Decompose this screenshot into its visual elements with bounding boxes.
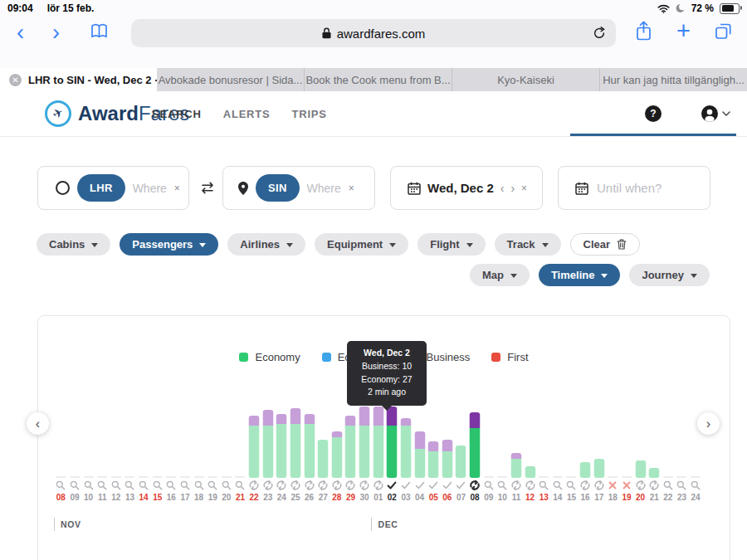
chart-day-slot[interactable]: 10 xyxy=(496,385,510,503)
search-status-icon[interactable] xyxy=(663,480,673,491)
chart-day-slot[interactable]: 22 xyxy=(247,385,261,503)
refresh-status-icon[interactable] xyxy=(594,480,604,491)
refresh-status-icon[interactable] xyxy=(305,480,315,491)
chart-day-slot[interactable]: 16 xyxy=(579,385,593,503)
chart-day-slot[interactable]: 18 xyxy=(192,385,206,503)
refresh-status-icon[interactable] xyxy=(290,480,300,491)
chart-day-slot[interactable]: 14 xyxy=(137,385,151,503)
availability-bar[interactable] xyxy=(456,446,466,478)
availability-bar[interactable] xyxy=(373,407,383,478)
check-status-icon[interactable] xyxy=(415,480,425,491)
share-icon[interactable] xyxy=(635,21,652,41)
chart-day-slot[interactable]: 09 xyxy=(68,385,82,503)
check-status-icon[interactable] xyxy=(442,480,452,491)
chart-day-slot[interactable]: 13 xyxy=(537,385,551,503)
availability-bar[interactable] xyxy=(635,460,646,478)
chart-day-slot[interactable]: 26 xyxy=(302,385,316,503)
check-status-icon[interactable] xyxy=(387,480,397,491)
search-status-icon[interactable] xyxy=(180,480,190,491)
new-tab-icon[interactable]: + xyxy=(676,17,691,45)
chart-day-slot[interactable]: 20 xyxy=(633,385,647,503)
chart-day-slot[interactable]: 28 xyxy=(330,385,344,503)
search-status-icon[interactable] xyxy=(497,480,507,491)
availability-bar[interactable] xyxy=(262,410,273,478)
legend-item[interactable]: Economy xyxy=(239,351,300,363)
availability-bar[interactable] xyxy=(414,431,425,478)
availability-bar[interactable] xyxy=(400,418,411,478)
chart-day-slot[interactable]: 05 xyxy=(427,385,441,503)
tab-active[interactable]: ✕ LHR to SIN - Wed, Dec 2 ·... xyxy=(0,68,157,91)
search-status-icon[interactable] xyxy=(566,480,576,491)
search-status-icon[interactable] xyxy=(56,480,66,491)
chart-day-slot[interactable]: 13 xyxy=(123,385,137,503)
until-field[interactable]: Until when? xyxy=(558,166,710,210)
tab-3[interactable]: Book the Cook menu from B... xyxy=(305,68,452,91)
check-status-icon[interactable] xyxy=(456,480,466,491)
availability-bar[interactable] xyxy=(593,459,604,478)
chart-day-slot[interactable]: 08 xyxy=(468,385,482,503)
availability-bar[interactable] xyxy=(318,440,329,478)
chart-day-slot[interactable]: 15 xyxy=(150,385,164,503)
refresh-status-icon[interactable] xyxy=(636,480,646,491)
refresh-status-icon[interactable] xyxy=(332,480,342,491)
chart-day-slot[interactable]: 27 xyxy=(316,385,330,503)
tab-close-icon[interactable]: ✕ xyxy=(9,74,22,86)
tab-4[interactable]: Kyo-Kaiseki xyxy=(452,68,600,91)
refresh-status-icon[interactable] xyxy=(318,480,328,491)
address-bar[interactable]: awardfares.com xyxy=(131,19,616,47)
nav-alerts[interactable]: ALERTS xyxy=(223,108,271,120)
availability-bar[interactable] xyxy=(442,440,452,478)
date-next-icon[interactable]: › xyxy=(510,182,515,195)
chart-day-slot[interactable]: 23 xyxy=(675,385,689,503)
search-status-icon[interactable] xyxy=(153,480,163,491)
availability-bar[interactable] xyxy=(290,408,300,478)
chart-day-slot[interactable]: 24 xyxy=(275,385,289,503)
availability-bar[interactable] xyxy=(345,416,356,478)
availability-bar[interactable] xyxy=(580,462,591,478)
date-clear-icon[interactable]: × xyxy=(521,183,527,194)
refresh-status-icon[interactable] xyxy=(249,480,259,491)
account-menu[interactable] xyxy=(701,105,730,122)
cross-status-icon[interactable] xyxy=(622,480,632,491)
filter-track[interactable]: Track xyxy=(495,233,561,256)
refresh-status-icon[interactable] xyxy=(580,480,590,491)
chart-day-slot[interactable]: 11 xyxy=(510,385,524,503)
chart-day-slot[interactable]: 17 xyxy=(592,385,606,503)
destination-field[interactable]: SIN Where × xyxy=(222,166,375,210)
search-status-icon[interactable] xyxy=(194,480,204,491)
availability-bar[interactable] xyxy=(649,468,660,478)
filter-passengers[interactable]: Passengers xyxy=(120,233,218,256)
help-icon[interactable]: ? xyxy=(645,105,662,122)
refresh-status-icon[interactable] xyxy=(525,480,535,491)
clear-filters-button[interactable]: Clear xyxy=(570,233,641,256)
chart-day-slot[interactable]: 12 xyxy=(523,385,537,503)
tab-2[interactable]: Avbokade bonusresor | Sida... xyxy=(157,68,305,91)
bookmarks-icon[interactable] xyxy=(90,23,109,39)
search-status-icon[interactable] xyxy=(111,480,121,491)
chart-day-slot[interactable]: 19 xyxy=(620,385,634,503)
filter-airlines[interactable]: Airlines xyxy=(227,233,305,256)
legend-item[interactable]: First xyxy=(491,351,528,363)
chart-day-slot[interactable]: 07 xyxy=(454,385,468,503)
search-status-icon[interactable] xyxy=(539,480,549,491)
check-status-icon[interactable] xyxy=(401,480,411,491)
scroll-right-button[interactable]: › xyxy=(697,412,720,435)
search-status-icon[interactable] xyxy=(70,480,80,491)
destination-code-pill[interactable]: SIN xyxy=(256,174,300,202)
refresh-status-icon[interactable] xyxy=(374,480,383,491)
availability-bar[interactable] xyxy=(359,407,370,478)
search-status-icon[interactable] xyxy=(484,480,494,491)
chart-day-slot[interactable]: 20 xyxy=(220,385,234,503)
availability-bar[interactable] xyxy=(304,414,315,478)
chart-day-slot[interactable]: 09 xyxy=(481,385,496,503)
forward-icon[interactable]: › xyxy=(52,22,60,44)
chart-day-slot[interactable]: 21 xyxy=(233,385,247,503)
back-icon[interactable]: ‹ xyxy=(17,22,24,44)
chart-day-slot[interactable]: 12 xyxy=(110,385,124,503)
availability-bar[interactable] xyxy=(428,441,439,478)
refresh-status-icon[interactable] xyxy=(359,480,369,491)
search-status-icon[interactable] xyxy=(208,480,217,491)
origin-clear-icon[interactable]: × xyxy=(174,183,180,194)
refresh-status-icon[interactable] xyxy=(276,480,286,491)
refresh-status-icon[interactable] xyxy=(470,480,480,491)
